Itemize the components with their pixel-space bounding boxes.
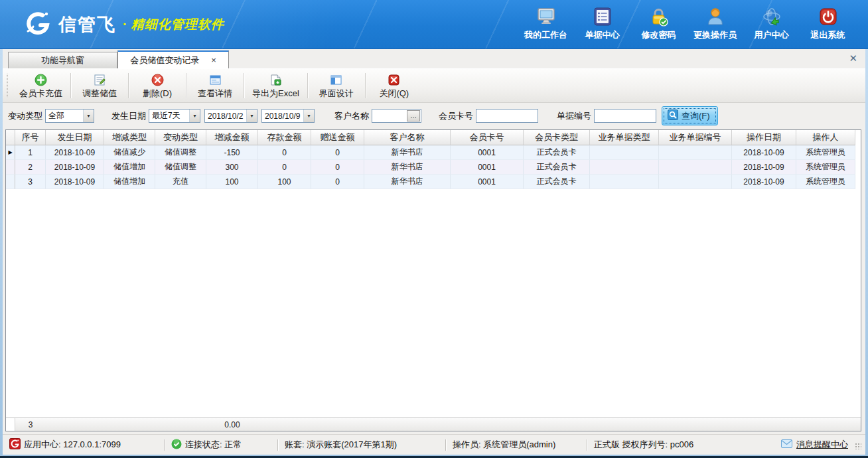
toolbar-grip[interactable] bbox=[5, 73, 10, 98]
nav-change-password[interactable]: 修改密码 bbox=[630, 5, 687, 44]
column-header[interactable]: 会员卡号 bbox=[451, 130, 524, 145]
table-cell: 0 bbox=[311, 160, 364, 175]
resize-grip[interactable] bbox=[855, 443, 861, 449]
lock-icon bbox=[649, 5, 669, 28]
change-type-select[interactable]: 全部 ▼ bbox=[45, 109, 94, 123]
filter-bar: 变动类型 全部 ▼ 发生日期 最近7天 ▼ 2018/10/2 ▼ 2018/1… bbox=[3, 103, 865, 129]
table-cell: 系统管理员 bbox=[796, 160, 855, 175]
table-cell: 0 bbox=[258, 145, 311, 160]
date-from-select[interactable]: 2018/10/2 ▼ bbox=[204, 109, 257, 123]
recharge-card-button[interactable]: 会员卡充值 bbox=[11, 69, 70, 102]
grid-empty-area bbox=[6, 189, 861, 418]
column-header[interactable]: 发生日期 bbox=[46, 130, 104, 145]
toolbar-label: 查看详情 bbox=[198, 88, 232, 100]
power-icon bbox=[818, 5, 838, 28]
column-header[interactable]: 存款金额 bbox=[258, 130, 311, 145]
ui-design-button[interactable]: 界面设计 bbox=[308, 69, 365, 102]
delete-button[interactable]: 删除(D) bbox=[129, 69, 186, 102]
customer-input[interactable] bbox=[372, 110, 407, 121]
change-type-label: 变动类型 bbox=[8, 110, 42, 122]
column-header[interactable]: 操作日期 bbox=[732, 130, 796, 145]
table-row[interactable]: 22018-10-09储值增加储值调整30000新华书店0001正式会员卡201… bbox=[6, 160, 861, 175]
chevron-down-icon[interactable]: ▼ bbox=[83, 110, 94, 122]
person-icon bbox=[705, 5, 725, 28]
grid-header: 序号发生日期增减类型变动类型增减金额存款金额赠送金额客户名称会员卡号会员卡类型业… bbox=[6, 130, 861, 145]
nav-label: 单据中心 bbox=[585, 29, 620, 41]
export-excel-button[interactable]: 导出为Excel bbox=[244, 69, 307, 102]
table-cell: 2 bbox=[15, 160, 46, 175]
account-set-status: 账套: 演示账套(2017年第1期) bbox=[278, 439, 445, 451]
chevron-down-icon[interactable]: ▼ bbox=[246, 110, 257, 122]
table-cell: 3 bbox=[15, 175, 46, 189]
column-header[interactable]: 业务单据类型 bbox=[590, 130, 659, 145]
column-header[interactable]: 增减金额 bbox=[206, 130, 258, 145]
row-indicator bbox=[6, 175, 15, 189]
table-cell: 0 bbox=[311, 175, 364, 189]
toolbar-label: 关闭(Q) bbox=[379, 88, 409, 100]
nav-switch-operator[interactable]: 更换操作员 bbox=[687, 5, 743, 44]
date-range-value: 最近7天 bbox=[149, 110, 183, 121]
export-excel-icon bbox=[269, 72, 282, 87]
date-range-select[interactable]: 最近7天 ▼ bbox=[149, 109, 200, 123]
column-header[interactable]: 会员卡类型 bbox=[524, 130, 590, 145]
edit-icon bbox=[94, 72, 106, 87]
summary-cell bbox=[155, 418, 206, 431]
view-details-button[interactable]: 查看详情 bbox=[186, 69, 244, 102]
summary-cell bbox=[590, 418, 659, 431]
nav-exit-system[interactable]: 退出系统 bbox=[800, 5, 856, 44]
doc-no-input[interactable] bbox=[594, 109, 656, 123]
tab-close-icon[interactable]: × bbox=[211, 55, 216, 65]
nav-document-center[interactable]: 单据中心 bbox=[574, 5, 630, 44]
column-header[interactable]: 客户名称 bbox=[364, 130, 451, 145]
column-header[interactable]: 序号 bbox=[15, 130, 46, 145]
close-icon bbox=[388, 72, 400, 87]
table-cell: 300 bbox=[206, 160, 258, 175]
table-cell: 储值增加 bbox=[104, 160, 155, 175]
tab-function-nav[interactable]: 功能导航窗 bbox=[8, 52, 117, 68]
document-center-icon bbox=[593, 5, 613, 28]
table-cell: 2018-10-09 bbox=[732, 160, 796, 175]
table-row[interactable]: 32018-10-09储值增加充值1001000新华书店0001正式会员卡201… bbox=[6, 175, 861, 189]
connection-status: 连接状态: 正常 bbox=[165, 439, 277, 451]
close-view-button[interactable]: 关闭(Q) bbox=[366, 69, 423, 102]
table-row[interactable]: ▶12018-10-09储值减少储值调整-15000新华书店0001正式会员卡2… bbox=[6, 145, 861, 160]
chevron-down-icon[interactable]: ▼ bbox=[189, 110, 200, 122]
query-button-label: 查询(F) bbox=[682, 110, 710, 122]
chevron-down-icon[interactable]: ▼ bbox=[303, 110, 314, 122]
table-cell: 储值调整 bbox=[155, 145, 206, 160]
tab-member-stored-value-records[interactable]: 会员储值变动记录 × bbox=[117, 50, 229, 68]
table-cell: 正式会员卡 bbox=[524, 175, 590, 189]
nav-my-workbench[interactable]: 我的工作台 bbox=[518, 5, 574, 44]
customer-lookup-button[interactable]: … bbox=[407, 110, 420, 121]
column-header[interactable]: 变动类型 bbox=[155, 130, 206, 145]
adjust-stored-value-button[interactable]: 调整储值 bbox=[71, 69, 128, 102]
card-no-label: 会员卡号 bbox=[439, 110, 473, 122]
tabbar-close-icon[interactable]: ✕ bbox=[849, 53, 857, 63]
column-header[interactable]: 赠送金额 bbox=[311, 130, 364, 145]
query-button[interactable]: 查询(F) bbox=[662, 106, 718, 125]
header-nav: 我的工作台 单据中心 bbox=[518, 5, 856, 44]
brand-dot: · bbox=[123, 17, 127, 32]
license-status: 正式版 授权序列号: pc006 bbox=[587, 439, 700, 451]
card-no-input[interactable] bbox=[476, 109, 538, 123]
column-header[interactable]: 业务单据编号 bbox=[659, 130, 732, 145]
app-center-text: 应用中心: 127.0.0.1:7099 bbox=[24, 439, 121, 451]
tab-bar: 功能导航窗 会员储值变动记录 × ✕ bbox=[3, 49, 865, 68]
operator-text: 操作员: 系统管理员(admin) bbox=[453, 439, 555, 451]
nav-label: 我的工作台 bbox=[524, 29, 567, 41]
customer-field: … bbox=[372, 109, 421, 123]
table-cell: 100 bbox=[206, 175, 258, 189]
column-header[interactable]: 增减类型 bbox=[104, 130, 155, 145]
tab-label: 功能导航窗 bbox=[41, 54, 84, 66]
nav-user-center[interactable]: 用户中心 bbox=[743, 5, 800, 44]
summary-row-count: 3 bbox=[15, 418, 46, 431]
envelope-icon bbox=[781, 439, 792, 450]
brand: 信管飞 · 精细化管理软件 bbox=[23, 9, 224, 40]
message-center-link[interactable]: 消息提醒中心 bbox=[796, 439, 848, 451]
date-to-select[interactable]: 2018/10/9 ▼ bbox=[261, 109, 315, 123]
table-cell: 充值 bbox=[155, 175, 206, 189]
column-header[interactable]: 操作人 bbox=[796, 130, 855, 145]
search-icon bbox=[668, 110, 678, 122]
message-center[interactable]: 消息提醒中心 bbox=[781, 439, 865, 451]
table-cell: 系统管理员 bbox=[796, 145, 855, 160]
